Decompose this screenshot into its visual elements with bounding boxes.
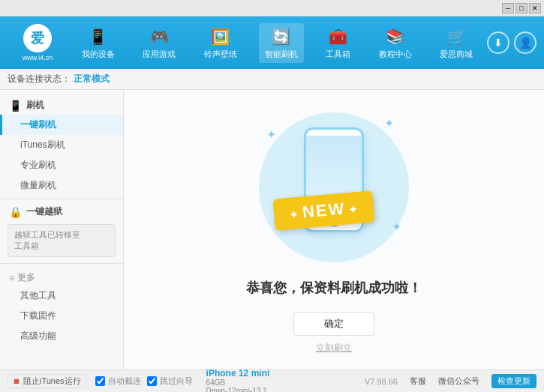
- status-value: 正常模式: [74, 73, 110, 85]
- logo-area: 爱 www.i4.cn: [8, 24, 68, 61]
- content-area: ✦ ✦ ✦ NEW 恭喜您，保资料刷机成功啦！ 确定 立刻刷立: [124, 90, 544, 370]
- sidebar-item-pro-flash[interactable]: 专业刷机: [0, 155, 123, 175]
- flash-again-link[interactable]: 立刻刷立: [316, 342, 352, 355]
- logo-url: www.i4.cn: [23, 54, 53, 61]
- sidebar-warning: 越狱工具已转移至 工具箱: [8, 224, 116, 257]
- sparkle-3: ✦: [392, 220, 401, 234]
- auto-connect-label: 自动截连: [108, 376, 141, 387]
- success-illustration: ✦ ✦ ✦ NEW: [251, 105, 416, 264]
- nav-my-device-label: 我的设备: [82, 49, 115, 60]
- sidebar-section-more: ≡ 更多: [0, 267, 123, 286]
- sparkle-2: ✦: [384, 116, 394, 130]
- device-info: iPhone 12 mini 64GB Down-12mini-13.1: [206, 368, 270, 393]
- device-name: iPhone 12 mini: [206, 368, 270, 379]
- sidebar-section-flash: 📱 刷机: [0, 96, 123, 115]
- confirm-button[interactable]: 确定: [293, 312, 374, 336]
- nav-apps-label: 应用游戏: [143, 49, 176, 60]
- sidebar-locked-label: 一键越狱: [26, 205, 62, 218]
- header: 爱 www.i4.cn 📱 我的设备 🎮 应用游戏 🖼️ 铃声壁纸 🔄 智能刷机…: [0, 16, 544, 69]
- toolbox-icon: 🧰: [328, 26, 349, 47]
- header-right: ⬇ 👤: [487, 31, 536, 54]
- download-button[interactable]: ⬇: [487, 31, 509, 54]
- nav-toolbox[interactable]: 🧰 工具箱: [320, 23, 356, 63]
- sidebar-item-other-tools[interactable]: 其他工具: [0, 286, 123, 306]
- sidebar-divider-1: [0, 199, 123, 199]
- footer-left: ⏹ 阻止iTunes运行: [8, 374, 86, 388]
- sidebar-section-flash-label: 刷机: [26, 99, 44, 112]
- sidebar-section-more-label: 更多: [17, 271, 35, 284]
- nav-apps[interactable]: 🎮 应用游戏: [137, 23, 182, 63]
- auto-connect-checkbox[interactable]: 自动截连: [95, 376, 141, 387]
- footer: ⏹ 阻止iTunes运行 自动截连 跳过向导 iPhone 12 mini 64…: [0, 370, 544, 392]
- nav-tutorial[interactable]: 📚 教程中心: [373, 23, 418, 63]
- sidebar-warning-text: 越狱工具已转移至 工具箱: [14, 230, 80, 250]
- smart-flash-icon: 🔄: [271, 26, 292, 47]
- status-label: 设备连接状态：: [8, 73, 71, 85]
- sidebar-item-itunes-flash[interactable]: iTunes刷机: [0, 135, 123, 155]
- skip-wizard-checkbox[interactable]: 跳过向导: [147, 376, 193, 387]
- flash-section-icon: 📱: [9, 100, 22, 112]
- stop-icon: ⏹: [13, 377, 20, 385]
- nav-my-device[interactable]: 📱 我的设备: [76, 23, 121, 63]
- skip-wizard-label: 跳过向导: [160, 376, 193, 387]
- nav-wallpaper[interactable]: 🖼️ 铃声壁纸: [198, 23, 243, 63]
- nav-smart-flash[interactable]: 🔄 智能刷机: [259, 23, 304, 63]
- sidebar-locked-jailbreak: 🔒 一键越狱: [0, 202, 123, 221]
- sidebar: 📱 刷机 一键刷机 iTunes刷机 专业刷机 微量刷机 🔒 一键越狱 越狱工具…: [0, 90, 124, 370]
- service-link[interactable]: 客服: [410, 376, 426, 387]
- stop-itunes-label: 阻止iTunes运行: [23, 376, 81, 387]
- wechat-link[interactable]: 微信公众号: [438, 376, 479, 387]
- sparkle-1: ✦: [266, 127, 276, 142]
- nav-items: 📱 我的设备 🎮 应用游戏 🖼️ 铃声壁纸 🔄 智能刷机 🧰 工具箱 📚 教程中…: [68, 23, 487, 63]
- device-model: Down-12mini-13.1: [206, 387, 270, 393]
- auto-connect-input[interactable]: [95, 376, 105, 386]
- status-bar: 设备连接状态： 正常模式: [0, 69, 544, 90]
- main-area: 📱 刷机 一键刷机 iTunes刷机 专业刷机 微量刷机 🔒 一键越狱 越狱工具…: [0, 90, 544, 370]
- device-storage: 64GB: [206, 379, 270, 387]
- my-device-icon: 📱: [88, 26, 109, 47]
- update-button[interactable]: 检查更新: [491, 374, 536, 388]
- apps-icon: 🎮: [149, 26, 170, 47]
- version-label: V7.98.66: [365, 377, 398, 386]
- logo-icon: 爱: [23, 24, 52, 52]
- maximize-button[interactable]: □: [515, 3, 527, 13]
- nav-tutorial-label: 教程中心: [379, 49, 412, 60]
- close-button[interactable]: ✕: [529, 3, 541, 13]
- title-bar: ─ □ ✕: [0, 0, 544, 16]
- sidebar-divider-2: [0, 263, 123, 264]
- nav-smart-flash-label: 智能刷机: [265, 49, 298, 60]
- more-section-icon: ≡: [9, 273, 14, 283]
- mall-icon: 🛒: [446, 26, 467, 47]
- success-message: 恭喜您，保资料刷机成功啦！: [246, 279, 422, 297]
- nav-mall-label: 爱思商城: [440, 49, 473, 60]
- lock-icon: 🔒: [9, 206, 22, 218]
- sidebar-item-download-firmware[interactable]: 下载固件: [0, 306, 123, 326]
- user-button[interactable]: 👤: [514, 31, 536, 54]
- tutorial-icon: 📚: [385, 26, 406, 47]
- nav-mall[interactable]: 🛒 爱思商城: [434, 23, 479, 63]
- skip-wizard-input[interactable]: [147, 376, 157, 386]
- stop-itunes-button[interactable]: ⏹ 阻止iTunes运行: [8, 374, 86, 388]
- wallpaper-icon: 🖼️: [210, 26, 231, 47]
- sidebar-item-one-click-flash[interactable]: 一键刷机: [0, 115, 123, 135]
- footer-right: V7.98.66 客服 微信公众号 检查更新: [365, 374, 536, 388]
- nav-wallpaper-label: 铃声壁纸: [204, 49, 237, 60]
- sidebar-item-advanced[interactable]: 高级功能: [0, 326, 123, 346]
- minimize-button[interactable]: ─: [502, 3, 514, 13]
- nav-toolbox-label: 工具箱: [326, 49, 350, 60]
- sidebar-item-micro-flash[interactable]: 微量刷机: [0, 175, 123, 196]
